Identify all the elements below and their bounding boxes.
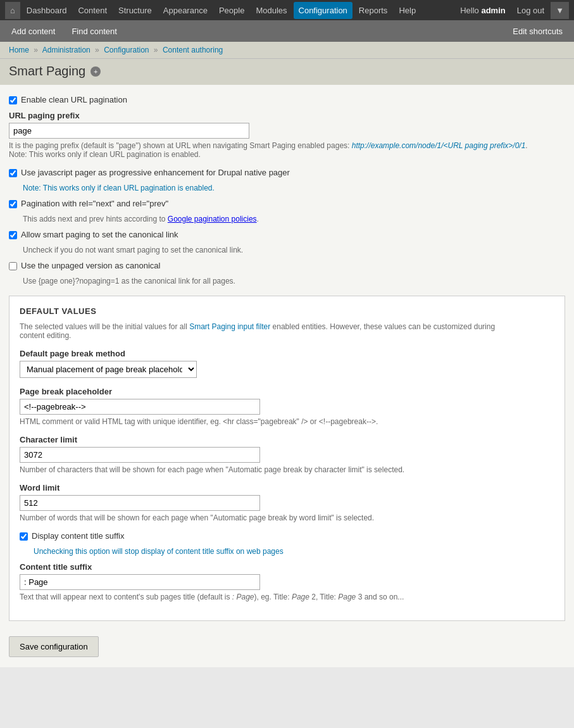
default-page-break-method-group: Default page break method Manual placeme…: [20, 349, 554, 378]
save-configuration-button[interactable]: Save configuration: [9, 636, 99, 657]
breadcrumb-content-authoring[interactable]: Content authoring: [163, 46, 223, 54]
use-unpaged-canonical-checkbox[interactable]: [9, 262, 17, 270]
page-break-placeholder-desc: HTML comment or valid HTML tag with uniq…: [20, 417, 539, 426]
nav-appearance[interactable]: Appearance: [158, 2, 213, 19]
url-paging-prefix-group: URL paging prefix It is the paging prefi…: [9, 111, 565, 159]
allow-canonical-group: Allow smart paging to set the canonical …: [9, 230, 565, 239]
word-limit-label: Word limit: [20, 483, 554, 493]
display-title-suffix-label[interactable]: Display content title suffix: [32, 531, 124, 541]
nav-people[interactable]: People: [214, 2, 249, 19]
content-title-suffix-group: Content title suffix Text that will appe…: [20, 562, 554, 601]
breadcrumb-home[interactable]: Home: [9, 46, 29, 54]
display-title-suffix-group: Display content title suffix: [20, 531, 554, 541]
page-break-placeholder-input[interactable]: [20, 399, 260, 415]
character-limit-desc: Number of characters that will be shown …: [20, 465, 539, 474]
add-content-shortcut[interactable]: Add content: [6, 23, 60, 40]
default-values-intro: The selected values will be the initial …: [20, 322, 513, 340]
character-limit-group: Character limit Number of characters tha…: [20, 435, 554, 474]
page-title-bar: Smart Paging +: [0, 59, 574, 85]
pagination-rel-checkbox[interactable]: [9, 200, 17, 208]
nav-dropdown-arrow[interactable]: ▼: [551, 2, 569, 19]
content-title-suffix-desc: Text that will appear next to content's …: [20, 593, 539, 601]
breadcrumb-configuration[interactable]: Configuration: [104, 46, 149, 54]
nav-dashboard[interactable]: Dashboard: [22, 2, 72, 19]
nav-structure[interactable]: Structure: [113, 2, 157, 19]
character-limit-label: Character limit: [20, 435, 554, 444]
shortcuts-bar: Add content Find content Edit shortcuts: [0, 20, 574, 42]
nav-user-greeting: Hello admin: [455, 2, 511, 19]
pagination-rel-group: Pagination with rel="next" and rel="prev…: [9, 199, 565, 208]
url-paging-prefix-input[interactable]: [9, 123, 249, 139]
breadcrumb-sep-1: »: [34, 46, 38, 54]
enable-clean-url-group: Enable clean URL pagination: [9, 95, 565, 104]
help-icon[interactable]: +: [90, 66, 101, 77]
nav-logout[interactable]: Log out: [512, 2, 549, 19]
breadcrumb-sep-2: »: [95, 46, 99, 54]
word-limit-desc: Number of words that will be shown for e…: [20, 513, 539, 522]
url-paging-prefix-description: It is the paging prefix (default is "pag…: [9, 141, 528, 159]
enable-clean-url-label[interactable]: Enable clean URL pagination: [21, 95, 127, 104]
default-page-break-method-select[interactable]: Manual placement of page break placehold…: [20, 361, 197, 378]
use-unpaged-canonical-desc: Use {page one}?nopaging=1 as the canonic…: [23, 277, 565, 286]
main-content: Enable clean URL pagination URL paging p…: [0, 85, 574, 667]
default-values-heading: DEFAULT VALUES: [20, 306, 554, 316]
home-nav-item[interactable]: ⌂: [5, 2, 20, 19]
page-break-placeholder-label: Page break placeholder: [20, 387, 554, 396]
word-limit-group: Word limit Number of words that will be …: [20, 483, 554, 522]
page-break-placeholder-group: Page break placeholder HTML comment or v…: [20, 387, 554, 426]
pagination-rel-desc: This adds next and prev hints according …: [23, 215, 565, 223]
nav-help[interactable]: Help: [394, 2, 421, 19]
breadcrumb-sep-3: »: [154, 46, 158, 54]
use-js-pager-label[interactable]: Use javascript pager as progressive enha…: [21, 168, 290, 177]
breadcrumb-administration[interactable]: Administration: [42, 46, 90, 54]
allow-canonical-checkbox[interactable]: [9, 231, 17, 239]
character-limit-input[interactable]: [20, 447, 260, 463]
nav-configuration[interactable]: Configuration: [294, 2, 353, 19]
content-title-suffix-label: Content title suffix: [20, 562, 554, 572]
use-js-pager-note: Note: This works only if clean URL pagin…: [23, 184, 565, 192]
top-navigation: ⌂ Dashboard Content Structure Appearance…: [0, 0, 574, 20]
allow-canonical-label[interactable]: Allow smart paging to set the canonical …: [21, 230, 178, 239]
breadcrumb: Home » Administration » Configuration » …: [0, 42, 574, 59]
google-pagination-link[interactable]: Google pagination policies: [168, 215, 257, 223]
use-unpaged-canonical-label[interactable]: Use the unpaged version as canonical: [21, 261, 160, 270]
display-title-suffix-checkbox[interactable]: [20, 532, 28, 541]
default-values-box: DEFAULT VALUES The selected values will …: [9, 296, 565, 621]
allow-canonical-desc: Uncheck if you do not want smart paging …: [23, 246, 565, 254]
use-js-pager-checkbox[interactable]: [9, 169, 17, 177]
word-limit-input[interactable]: [20, 495, 260, 511]
enable-clean-url-checkbox[interactable]: [9, 96, 17, 104]
use-js-pager-group: Use javascript pager as progressive enha…: [9, 168, 565, 177]
nav-modules[interactable]: Modules: [251, 2, 292, 19]
content-title-suffix-input[interactable]: [20, 574, 260, 590]
nav-username: admin: [481, 6, 505, 15]
smart-paging-input-filter-link[interactable]: Smart Paging input filter: [189, 322, 270, 331]
page-title: Smart Paging: [9, 64, 85, 78]
nav-reports[interactable]: Reports: [354, 2, 393, 19]
pagination-rel-label[interactable]: Pagination with rel="next" and rel="prev…: [21, 199, 168, 208]
find-content-shortcut[interactable]: Find content: [66, 23, 122, 40]
edit-shortcuts-button[interactable]: Edit shortcuts: [508, 23, 568, 40]
url-example-link[interactable]: http://example.com/node/1/<URL paging pr…: [352, 141, 526, 150]
nav-content[interactable]: Content: [73, 2, 112, 19]
use-unpaged-canonical-group: Use the unpaged version as canonical: [9, 261, 565, 270]
display-title-suffix-desc: Unchecking this option will stop display…: [34, 547, 554, 556]
default-page-break-method-label: Default page break method: [20, 349, 554, 358]
url-paging-prefix-label: URL paging prefix: [9, 111, 565, 120]
